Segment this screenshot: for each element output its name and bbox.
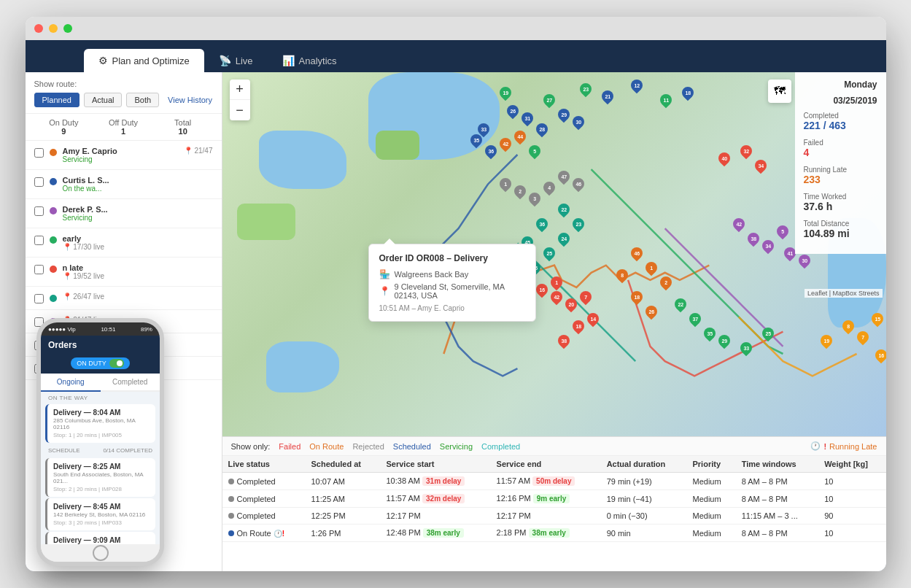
iphone-schedule-item-2[interactable]: Delivery — 8:45 AM 142 Berkeley St, Bost… [45,498,155,530]
pin-o4[interactable]: 8 [616,269,628,281]
driver-item-derek[interactable]: Derek P. S... Servicing [26,199,222,228]
pin-red4[interactable]: 14 [587,313,599,325]
iphone-home-button[interactable] [93,545,109,561]
pin-o3[interactable]: 2 [660,276,672,288]
pin-w1[interactable]: 1 [500,178,511,190]
pin-y4[interactable]: 15 [872,313,883,325]
iphone-schedule-item-3[interactable]: Delivery — 9:09 AM 831 Washington St, Bo… [45,532,155,544]
driver-item-5[interactable]: n late 📍 19/52 live [26,258,222,287]
pin-27[interactable]: 27 [543,94,555,106]
pin-w3[interactable]: 3 [529,193,540,204]
pin-t3[interactable]: 24 [558,233,570,244]
driver-checkbox-derek[interactable] [34,206,44,216]
table-row-4[interactable]: On Route 🕐! 1:26 PM 12:48 PM 38m early 2… [222,525,886,542]
table-row-1[interactable]: Completed 10:07 AM 10:38 AM 31m delay 11… [222,473,886,490]
pin-y2[interactable]: 8 [842,320,854,332]
filter-on-route[interactable]: On Route [309,442,344,451]
pin-18[interactable]: 18 [682,87,694,98]
pin-g1[interactable]: 22 [675,298,686,310]
tab-analytics[interactable]: 📊 Analytics [268,49,352,72]
map-layer-button[interactable]: 🗺 [768,80,791,103]
filter-servicing[interactable]: Servicing [440,442,473,451]
pin-g4[interactable]: 29 [718,335,730,347]
driver-item[interactable]: Amy E. Caprio Servicing 📍 21/47 [26,141,222,170]
pin-r2[interactable]: 32 [740,145,752,157]
table-row-3[interactable]: Completed 12:25 PM 12:17 PM 12:17 PM 0 m… [222,508,886,525]
pin-g5[interactable]: 33 [740,342,752,354]
pin-o1[interactable]: 46 [631,247,643,259]
pin-p3[interactable]: 34 [762,240,774,252]
pin-42[interactable]: 42 [500,138,511,150]
pin-12[interactable]: 12 [631,80,643,91]
pin-23[interactable]: 23 [580,83,592,95]
pin-red8[interactable]: 7 [580,291,592,303]
pin-t6[interactable]: 25 [543,247,555,259]
on-duty-toggle[interactable]: ON DUTY [71,357,130,369]
pin-g6[interactable]: 25 [762,328,774,339]
pin-5[interactable]: 5 [529,145,540,157]
driver-checkbox-5[interactable] [34,265,44,274]
iphone-schedule-item-1[interactable]: Delivery — 8:25 AM South End Associates,… [45,458,155,497]
toggle-switch[interactable] [109,359,124,368]
zoom-out-button[interactable]: − [230,100,250,120]
pin-p1[interactable]: 42 [733,218,745,230]
filter-rejected[interactable]: Rejected [352,442,384,451]
pin-red1[interactable]: 42 [551,291,562,303]
zoom-in-button[interactable]: + [230,80,250,100]
pin-33[interactable]: 33 [478,123,489,135]
actual-button[interactable]: Actual [84,93,123,107]
pin-28[interactable]: 28 [536,123,548,135]
pin-t4[interactable]: 36 [536,218,548,230]
pin-red2[interactable]: 16 [536,284,548,295]
driver-item-4[interactable]: early 📍 17/30 live [26,228,222,258]
pin-y3[interactable]: 7 [857,331,869,343]
planned-button[interactable]: Planned [34,93,80,107]
pin-29[interactable]: 29 [558,109,570,120]
close-button[interactable] [34,24,43,33]
pin-o5[interactable]: 18 [631,291,643,303]
pin-t2[interactable]: 23 [573,218,584,230]
tab-plan-optimize[interactable]: ⚙ Plan and Optimize [84,49,204,72]
pin-19[interactable]: 19 [500,87,511,98]
iphone-tab-completed[interactable]: Completed [101,374,160,390]
pin-w2[interactable]: 2 [514,185,526,197]
pin-y5[interactable]: 16 [875,349,886,361]
driver-checkbox-6[interactable] [34,294,44,303]
pin-11[interactable]: 11 [660,94,672,106]
pin-o6[interactable]: 26 [646,306,657,317]
iphone-tab-ongoing[interactable]: Ongoing [41,374,101,392]
pin-w5[interactable]: 47 [558,171,570,182]
iphone-order-item-1[interactable]: Delivery — 8:04 AM 285 Columbus Ave, Bos… [45,404,155,443]
driver-checkbox-amy[interactable] [34,148,44,158]
filter-completed[interactable]: Completed [481,442,520,451]
pin-red6[interactable]: 38 [558,335,570,347]
driver-checkbox-curtis[interactable] [34,177,44,187]
pin-36[interactable]: 36 [485,145,497,157]
map-area[interactable]: 19 27 23 21 12 11 18 29 30 31 26 28 [222,72,886,436]
minimize-button[interactable] [49,24,58,33]
pin-g2[interactable]: 37 [689,313,701,325]
pin-t1[interactable]: 22 [558,204,570,215]
maximize-button[interactable] [63,24,72,33]
pin-w4[interactable]: 4 [543,182,555,193]
pin-p2[interactable]: 38 [748,233,759,244]
pin-g3[interactable]: 35 [704,328,716,339]
table-row-2[interactable]: Completed 11:25 AM 11:57 AM 32m delay 12… [222,490,886,508]
driver-item-6[interactable]: 📍 26/47 live [26,287,222,310]
pin-y1[interactable]: 19 [821,335,832,347]
pin-p4[interactable]: 5 [777,225,788,237]
pin-w6[interactable]: 46 [573,178,584,190]
driver-item-curtis[interactable]: Curtis L. S... On the wa... [26,170,222,199]
pin-31[interactable]: 31 [522,112,533,124]
pin-p6[interactable]: 30 [799,255,810,266]
filter-scheduled[interactable]: Scheduled [393,442,431,451]
pin-o2[interactable]: 1 [646,262,657,274]
driver-checkbox-4[interactable] [34,236,44,245]
pin-red3[interactable]: 20 [565,298,577,310]
pin-44[interactable]: 44 [514,131,526,142]
pin-red7[interactable]: 1 [551,276,562,288]
pin-red5[interactable]: 18 [573,320,584,332]
pin-r3[interactable]: 34 [755,160,767,171]
pin-21[interactable]: 21 [602,90,613,102]
filter-failed[interactable]: Failed [279,442,301,451]
